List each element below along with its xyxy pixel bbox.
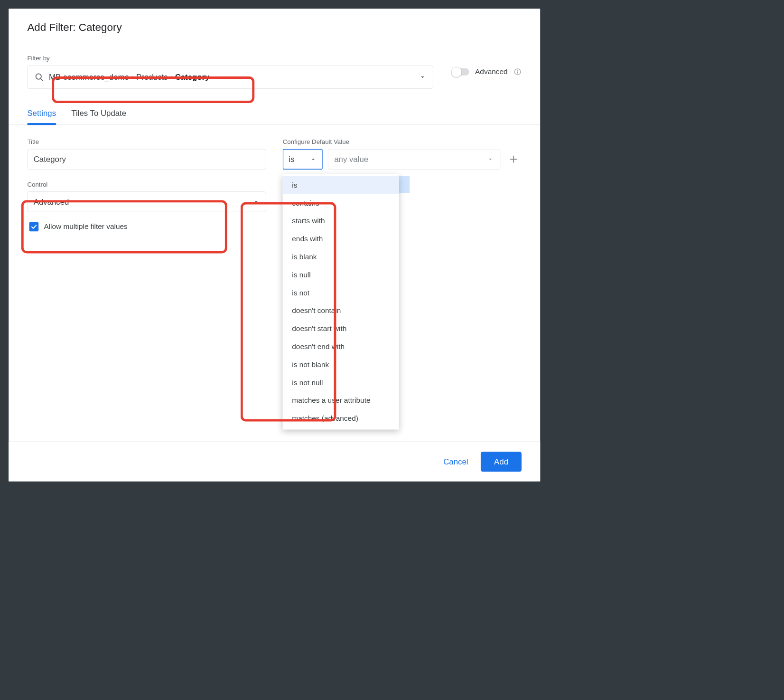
allow-multiple-label: Allow multiple filter values [44,222,127,231]
default-value-row: is any value iscontainsstarts withends w… [283,149,522,170]
operator-option[interactable]: doesn't end with [283,338,399,356]
value-select[interactable]: any value [328,149,500,170]
operator-option[interactable]: matches (advanced) [283,409,399,427]
allow-multiple-checkbox[interactable] [29,222,39,232]
caret-up-icon [310,156,317,162]
operator-option[interactable]: ends with [283,230,399,248]
search-icon [34,72,44,82]
add-filter-dialog: Add Filter: Category Filter by MB ecomme… [9,9,540,481]
advanced-toggle-label: Advanced [475,67,508,76]
value-select-placeholder: any value [334,155,368,164]
advanced-toggle-block: Advanced [452,67,522,76]
operator-option[interactable]: is blank [283,248,399,266]
add-button[interactable]: Add [481,452,522,472]
filter-by-path-prefix: MB ecommerce_demo • Products • [49,73,175,82]
title-label: Title [27,138,266,145]
control-select[interactable]: Advanced [27,191,266,212]
control-label: Control [27,181,266,188]
svg-point-0 [36,74,41,79]
left-column: Title Category Control Advanced Allow mu… [27,138,266,231]
filter-by-path-field: Category [175,73,210,82]
operator-option[interactable]: is [283,176,399,194]
advanced-toggle[interactable] [452,68,469,76]
dialog-title: Add Filter: Category [9,9,540,34]
tab-tiles-to-update[interactable]: Tiles To Update [71,109,126,125]
info-icon[interactable] [513,68,522,76]
operator-option[interactable]: matches a user attribute [283,392,399,410]
caret-down-icon [487,156,494,163]
svg-point-4 [517,70,518,71]
right-column: Configure Default Value is any value [283,138,522,170]
configure-default-value-label: Configure Default Value [283,138,522,145]
filter-by-select[interactable]: MB ecommerce_demo • Products • Category [27,66,433,89]
tabs: Settings Tiles To Update [9,109,540,125]
operator-select[interactable]: is [283,149,323,170]
filter-by-row: Filter by MB ecommerce_demo • Products •… [9,55,540,89]
filter-by-path: MB ecommerce_demo • Products • Category [49,73,419,82]
title-input[interactable]: Category [27,149,266,170]
operator-option[interactable]: is not blank [283,356,399,374]
svg-line-1 [40,78,43,81]
operator-option[interactable]: is null [283,266,399,284]
operator-select-value: is [289,155,294,164]
operator-option[interactable]: doesn't contain [283,302,399,320]
caret-down-icon [419,74,426,81]
selection-strip [399,176,410,193]
operator-option[interactable]: is not [283,284,399,302]
settings-body: Title Category Control Advanced Allow mu… [9,125,540,231]
control-select-value: Advanced [34,197,69,207]
title-input-value: Category [34,155,66,164]
cancel-button[interactable]: Cancel [443,457,468,466]
dialog-footer: Cancel Add [9,442,540,482]
operator-option[interactable]: doesn't start with [283,320,399,338]
operator-dropdown: iscontainsstarts withends withis blankis… [283,174,399,430]
add-condition-button[interactable] [505,151,522,168]
tab-settings[interactable]: Settings [27,109,56,125]
operator-option[interactable]: starts with [283,212,399,230]
allow-multiple-row: Allow multiple filter values [27,222,266,232]
operator-option[interactable]: is not null [283,374,399,392]
filter-by-column: Filter by MB ecommerce_demo • Products •… [27,55,433,89]
filter-by-label: Filter by [27,55,433,62]
caret-down-icon [252,198,260,205]
operator-option[interactable]: contains [283,194,399,212]
